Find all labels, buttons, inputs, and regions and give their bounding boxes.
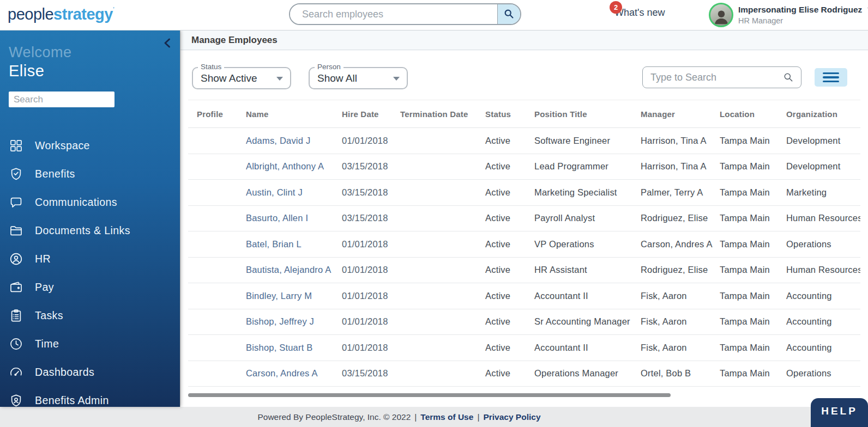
column-header-status[interactable]: Status [477, 100, 526, 128]
whats-new-label: What's new [614, 7, 665, 18]
sidebar-item-label: HR [35, 253, 51, 265]
pay-wallet-icon [9, 280, 23, 295]
caret-down-icon [393, 77, 400, 81]
person-filter-value: Show All [317, 72, 357, 84]
employee-name-link[interactable]: Bishop, Jeffrey J [237, 309, 333, 335]
hire-date-cell: 03/15/2018 [333, 361, 391, 387]
sidebar-item-label: Tasks [35, 309, 63, 322]
powered-by-text: Powered By PeopleStrategy, Inc. © 2022 [257, 412, 411, 422]
sidebar-item-pay[interactable]: Pay [0, 273, 180, 301]
welcome-user-name: Elise [9, 62, 180, 80]
profile-cell [188, 283, 237, 309]
whats-new-link[interactable]: 2 What's new [614, 7, 665, 19]
sidebar-item-communications[interactable]: Communications [0, 188, 180, 216]
employee-name-link[interactable]: Bautista, Alejandro A [237, 257, 333, 283]
logo-trademark: ’ [113, 5, 114, 14]
page-title: Manage Employees [191, 35, 278, 46]
organization-cell: Accounting [777, 309, 860, 335]
table-menu-button[interactable] [815, 68, 847, 87]
sidebar-search-input[interactable] [9, 91, 114, 107]
column-header-location[interactable]: Location [711, 100, 777, 128]
employee-name-link[interactable]: Batel, Brian L [237, 231, 333, 258]
employee-name-link[interactable]: Basurto, Allen I [237, 205, 333, 231]
peoplestrategy-logo[interactable]: peoplestrategy’ [8, 5, 114, 23]
profile-cell [188, 257, 237, 283]
employee-name-link[interactable]: Carson, Andres A [237, 361, 333, 387]
manager-cell: Palmer, Terry A [632, 180, 711, 206]
profile-cell [188, 180, 237, 206]
sidebar-item-hr[interactable]: HR [0, 245, 180, 273]
position-title-cell: Accountant II [526, 283, 632, 309]
manager-cell: Ortel, Bob B [632, 361, 711, 387]
caret-down-icon [276, 77, 283, 81]
sidebar-item-benefits-admin[interactable]: Benefits Admin [0, 386, 180, 407]
status-cell: Active [477, 257, 526, 283]
table-header-row: ProfileNameHire DateTermination DateStat… [188, 100, 860, 128]
privacy-policy-link[interactable]: Privacy Policy [483, 412, 540, 422]
sidebar-item-time[interactable]: Time [0, 330, 180, 358]
employee-name-link[interactable]: Austin, Clint J [237, 180, 333, 206]
sidebar-item-label: Workspace [35, 139, 90, 152]
hire-date-cell: 01/01/2018 [333, 231, 391, 258]
location-cell: Tampa Main [711, 361, 777, 387]
status-filter-select[interactable]: Status Show Active [192, 67, 291, 89]
profile-cell [188, 335, 237, 361]
organization-cell: Development [777, 128, 860, 154]
manager-cell: Rodriguez, Elise [632, 257, 711, 283]
organization-cell: Accounting [777, 335, 860, 361]
employee-search-button[interactable] [497, 4, 520, 24]
manager-cell: Carson, Andres A [632, 231, 711, 258]
organization-cell: Operations [777, 231, 860, 258]
termination-date-cell [391, 154, 477, 180]
sidebar-item-benefits[interactable]: Benefits [0, 160, 180, 188]
employee-name-link[interactable]: Bindley, Larry M [237, 283, 333, 309]
sidebar-item-tasks[interactable]: Tasks [0, 301, 180, 330]
help-button[interactable]: HELP [811, 398, 868, 427]
main-content: Manage Employees Status Show Active Pers… [180, 30, 868, 407]
page-title-bar: Manage Employees [180, 30, 868, 50]
organization-cell: Human Resources [777, 205, 860, 231]
hire-date-cell: 03/15/2018 [333, 180, 391, 206]
location-cell: Tampa Main [711, 205, 777, 231]
location-cell: Tampa Main [711, 231, 777, 258]
employee-name-link[interactable]: Bishop, Stuart B [237, 335, 333, 361]
table-row: Bindley, Larry M 01/01/2018 Active Accou… [188, 283, 860, 309]
column-header-organization[interactable]: Organization [777, 100, 860, 128]
sidebar-item-label: Dashboards [35, 366, 94, 379]
position-title-cell: Marketing Specialist [526, 180, 632, 206]
user-role-label: HR Manager [738, 16, 868, 25]
profile-cell [188, 154, 237, 180]
employee-name-link[interactable]: Adams, David J [237, 128, 333, 154]
sidebar-item-documents-links[interactable]: Documents & Links [0, 216, 180, 245]
employee-search-input[interactable] [290, 4, 497, 24]
sidebar-collapse-button[interactable] [163, 38, 171, 48]
employee-table-container: ProfileNameHire DateTermination DateStat… [188, 100, 860, 387]
status-cell: Active [477, 180, 526, 206]
horizontal-scrollbar-thumb[interactable] [188, 393, 671, 397]
sidebar-item-dashboards[interactable]: Dashboards [0, 358, 180, 386]
footer: Powered By PeopleStrategy, Inc. © 2022 |… [0, 407, 868, 427]
time-clock-icon [9, 337, 23, 351]
column-header-name[interactable]: Name [237, 100, 333, 128]
termination-date-cell [391, 180, 477, 206]
column-header-profile[interactable]: Profile [188, 100, 237, 128]
status-cell: Active [477, 154, 526, 180]
column-header-manager[interactable]: Manager [632, 100, 711, 128]
person-filter-select[interactable]: Person Show All [309, 67, 408, 89]
user-menu[interactable]: Impersonating Elise Rodriguez HR Manager [738, 5, 868, 25]
table-search-input[interactable] [643, 72, 783, 83]
hire-date-cell: 03/15/2018 [333, 154, 391, 180]
profile-cell [188, 231, 237, 258]
column-header-position-title[interactable]: Position Title [526, 100, 632, 128]
column-header-hire-date[interactable]: Hire Date [333, 100, 391, 128]
hamburger-icon [823, 72, 839, 75]
sidebar-item-workspace[interactable]: Workspace [0, 131, 180, 160]
workspace-grid-icon [9, 138, 23, 153]
column-header-termination-date[interactable]: Termination Date [391, 100, 477, 128]
employee-name-link[interactable]: Albright, Anthony A [237, 154, 333, 180]
termination-date-cell [391, 231, 477, 258]
avatar[interactable] [709, 3, 733, 27]
manager-cell: Fisk, Aaron [632, 309, 711, 335]
terms-of-use-link[interactable]: Terms of Use [420, 412, 473, 422]
status-filter-label: Status [198, 63, 224, 71]
